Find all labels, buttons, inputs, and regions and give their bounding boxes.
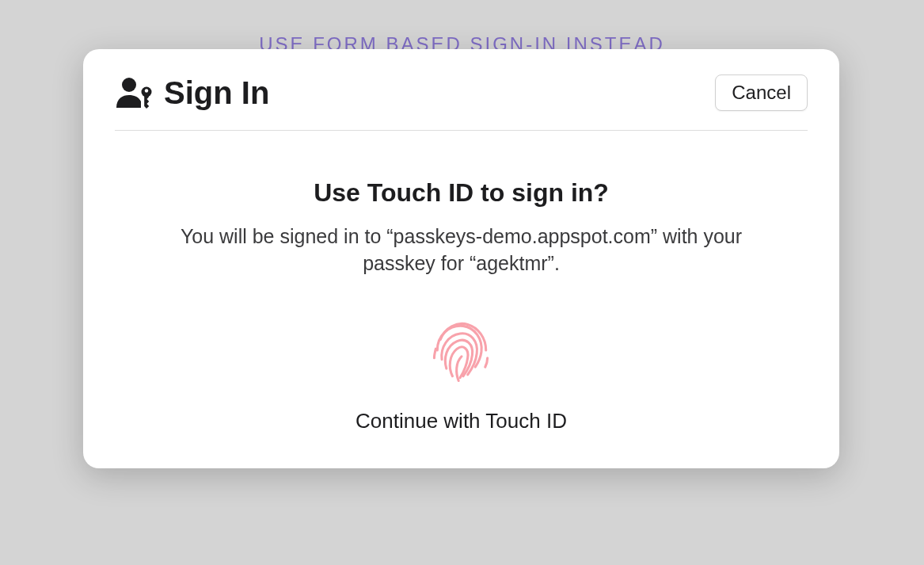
fingerprint-icon[interactable] [115, 314, 808, 390]
cancel-button[interactable]: Cancel [715, 74, 808, 111]
prompt-title: Use Touch ID to sign in? [115, 178, 808, 208]
svg-point-0 [122, 78, 136, 92]
modal-title-wrap: Sign In [115, 75, 269, 111]
passkey-icon [115, 76, 156, 109]
prompt-description: You will be signed in to “passkeys-demo.… [161, 223, 762, 277]
modal-header: Sign In Cancel [115, 74, 808, 131]
svg-point-2 [145, 89, 148, 92]
continue-touchid-label: Continue with Touch ID [115, 409, 808, 433]
modal-title: Sign In [164, 75, 269, 111]
modal-body: Use Touch ID to sign in? You will be sig… [115, 131, 808, 433]
signin-modal: Sign In Cancel Use Touch ID to sign in? … [83, 49, 839, 468]
